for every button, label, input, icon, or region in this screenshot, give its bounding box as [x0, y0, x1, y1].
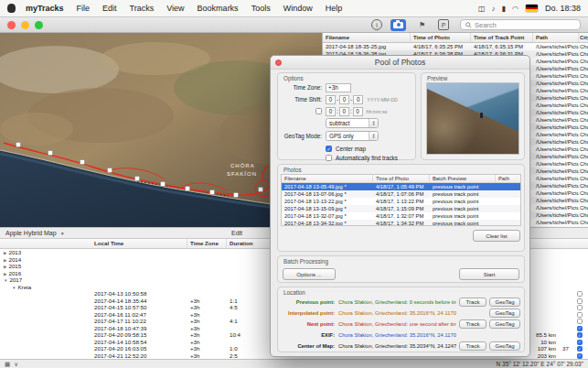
place-label-line1: CHÓRA: [230, 163, 255, 168]
chevron-down-icon[interactable]: ∨: [14, 361, 18, 367]
flag-icon[interactable]: ⚑: [414, 19, 430, 31]
wifi-icon[interactable]: ◠: [512, 5, 519, 13]
disclosure-closed-icon[interactable]: ▶: [4, 258, 6, 263]
photo-column-header[interactable]: City: [579, 33, 588, 42]
track-checkbox[interactable]: ✓: [577, 340, 583, 345]
date-format-hint: YYYY-MM-DD: [367, 97, 398, 103]
photos-row[interactable]: 2017-04-18 13-34-32.jpg *4/18/17, 1:34:3…: [282, 220, 520, 226]
track-button[interactable]: Track: [459, 319, 486, 329]
apple-menu-icon[interactable]: [7, 4, 16, 13]
menu-bar: myTracksFileEditTracksViewBookmarksTools…: [0, 0, 588, 17]
geotag-button[interactable]: GeoTag: [489, 341, 520, 351]
menu-item-mytracks[interactable]: myTracks: [19, 4, 70, 13]
auto-find-tracks-checkbox[interactable]: [326, 155, 332, 161]
shift-second-field[interactable]: 0: [353, 107, 363, 116]
dialog-close-button[interactable]: [275, 60, 282, 66]
track-checkbox[interactable]: [577, 298, 583, 304]
geotag-mode-popup[interactable]: GPS only ▲▼: [326, 131, 379, 141]
start-button[interactable]: Start: [459, 268, 519, 280]
menu-item-tracks[interactable]: Tracks: [123, 4, 161, 13]
track-checkbox[interactable]: ✓: [577, 332, 583, 338]
disclosure-closed-icon[interactable]: ▶: [4, 265, 6, 269]
photo-column-header[interactable]: Time of Track Point: [471, 33, 533, 42]
photos-column-header[interactable]: Filename: [282, 175, 373, 182]
location-group-label: Location: [283, 289, 305, 296]
shift-month-field[interactable]: 0: [339, 95, 349, 104]
map-type-label: Apple Hybrid Map: [5, 230, 57, 236]
track-checkbox[interactable]: ✓: [577, 346, 583, 352]
track-checkbox[interactable]: [577, 291, 583, 297]
track-checkbox[interactable]: [577, 312, 583, 318]
display-icon[interactable]: ◫: [478, 5, 486, 13]
photo-table-row[interactable]: 2017-04-18 18-35-25.jpg4/18/17, 6:35:25 …: [323, 43, 588, 50]
shift-minute-field[interactable]: 0: [339, 107, 349, 116]
edit-button[interactable]: Edit: [231, 230, 242, 236]
geotag-button[interactable]: GeoTag: [489, 308, 520, 318]
column-local-time[interactable]: Local Time: [91, 239, 187, 248]
clear-list-button[interactable]: Clear list: [473, 230, 520, 242]
time-format-hint: hh:mm:ss: [367, 109, 388, 114]
geotag-button[interactable]: GeoTag: [489, 298, 520, 307]
photo-column-header[interactable]: Path: [533, 33, 579, 42]
track-checkbox[interactable]: [577, 305, 583, 310]
window-zoom-button[interactable]: [35, 21, 43, 29]
camera-icon[interactable]: [390, 19, 406, 31]
disclosure-open-icon[interactable]: ▼: [12, 286, 16, 290]
track-checkbox[interactable]: ✓: [577, 353, 583, 359]
photos-row[interactable]: 2017-04-18 13-32-07.jpg *4/18/17, 1:32:0…: [282, 212, 520, 220]
chevron-down-icon: ▼: [60, 231, 65, 236]
toolbar-search-field[interactable]: Search: [460, 19, 581, 30]
menu-item-edit[interactable]: Edit: [96, 4, 123, 13]
menu-item-view[interactable]: View: [160, 4, 190, 13]
shift-mode-popup[interactable]: subtract ▲▼: [326, 118, 379, 128]
p-icon[interactable]: P: [438, 19, 449, 30]
time-zone-field[interactable]: +3h: [326, 83, 351, 92]
menu-item-window[interactable]: Window: [277, 4, 319, 13]
photos-row[interactable]: 2017-04-18 13-13-22.jpg *4/18/17, 1:13:2…: [282, 198, 520, 205]
menu-item-bookmarks[interactable]: Bookmarks: [191, 4, 245, 13]
track-button[interactable]: Track: [459, 341, 486, 351]
keyboard-flag-icon[interactable]: [526, 5, 538, 12]
menu-item-file[interactable]: File: [70, 4, 97, 13]
shift-day-field[interactable]: 0: [353, 95, 363, 104]
shift-hour-field[interactable]: 0: [326, 107, 336, 116]
disclosure-closed-icon[interactable]: ▶: [4, 272, 6, 276]
menu-clock[interactable]: Do. 18:38: [545, 4, 581, 13]
geotag-button[interactable]: GeoTag: [489, 319, 520, 329]
disclosure-closed-icon[interactable]: ▶: [4, 251, 6, 255]
location-group: Location Previous point:Chora Sfakion, G…: [277, 287, 525, 352]
track-button[interactable]: Track: [459, 298, 486, 307]
disclosure-open-icon[interactable]: ▼: [4, 278, 7, 283]
photos-row[interactable]: 2017-04-18 13-05-49.jpg *4/18/17, 1:05:4…: [282, 183, 520, 190]
dialog-title-bar[interactable]: Pool of Photos: [271, 56, 529, 70]
photos-column-header[interactable]: Time of Photo: [373, 175, 430, 182]
info-icon[interactable]: i: [371, 19, 382, 30]
volume-icon[interactable]: ♪: [492, 5, 496, 13]
center-map-checkbox[interactable]: ✓: [326, 146, 332, 152]
photos-row[interactable]: 2017-04-18 13-07-06.jpg *4/18/17, 1:07:0…: [282, 190, 520, 198]
photos-row[interactable]: 2017-04-18 13-15-09.jpg *4/18/17, 1:15:0…: [282, 205, 520, 212]
time-shift-sign-checkbox[interactable]: [315, 108, 322, 114]
menu-item-help[interactable]: Help: [319, 4, 349, 13]
photo-column-header[interactable]: Time of Photo: [411, 33, 471, 42]
battery-icon[interactable]: ▮: [502, 5, 506, 13]
grid-icon[interactable]: ▦: [5, 361, 10, 367]
photos-column-header[interactable]: Path: [496, 175, 521, 182]
photos-group: Photos FilenameTime of PhotoBatch Previe…: [277, 164, 525, 252]
location-row-value: Chora Sfakion, Griechenland: 35.2016°N, …: [338, 332, 456, 338]
map-type-selector[interactable]: Apple Hybrid Map ▼: [5, 230, 65, 236]
batch-options-button[interactable]: Options ...: [283, 268, 336, 280]
window-minimize-button[interactable]: [21, 21, 29, 29]
photos-column-header[interactable]: Batch Preview: [430, 175, 496, 182]
photo-column-header[interactable]: Filename: [323, 33, 411, 42]
menu-item-tools[interactable]: Tools: [245, 4, 277, 13]
track-checkbox[interactable]: [577, 319, 583, 324]
column-duration[interactable]: Duration: [227, 239, 274, 248]
shift-year-field[interactable]: 0: [326, 95, 336, 104]
search-icon: [465, 22, 472, 28]
column-time-zone[interactable]: Time Zone: [187, 239, 227, 248]
photos-group-label: Photos: [283, 167, 302, 173]
track-checkbox[interactable]: ✓: [577, 326, 583, 331]
auto-find-tracks-label: Automatically find tracks: [336, 155, 398, 161]
window-close-button[interactable]: [7, 21, 16, 29]
